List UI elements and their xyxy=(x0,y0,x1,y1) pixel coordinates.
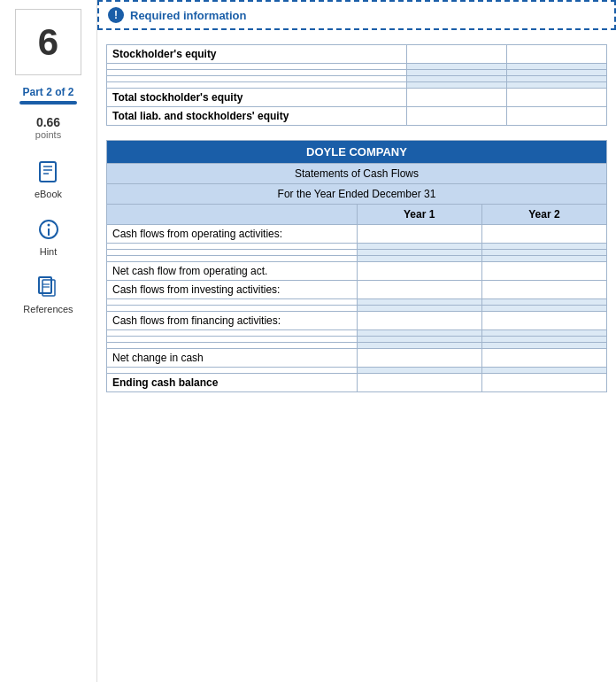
inv-row2-y2[interactable] xyxy=(481,306,606,312)
se-row2-year1[interactable] xyxy=(407,70,507,76)
se-row1-year1[interactable] xyxy=(407,64,507,70)
table-row xyxy=(107,64,607,70)
inv-row1-y2[interactable] xyxy=(481,299,606,306)
table-row xyxy=(107,70,607,76)
fin-row3-y1[interactable] xyxy=(357,343,481,349)
total-liab-year2[interactable] xyxy=(507,107,607,126)
total-liab-year1[interactable] xyxy=(407,107,507,126)
inv-row1-y1[interactable] xyxy=(357,299,481,306)
ebook-button[interactable]: eBook xyxy=(35,158,63,199)
net-change-cash-y1[interactable] xyxy=(357,349,481,368)
table-row xyxy=(107,82,607,89)
se-row4-label[interactable] xyxy=(107,82,407,89)
fin-row3-y2[interactable] xyxy=(481,343,606,349)
operating-header-row: Cash flows from operating activities: xyxy=(107,225,607,244)
op-row1-y1[interactable] xyxy=(357,244,481,250)
table-row xyxy=(107,337,607,343)
op-row3-y2[interactable] xyxy=(481,256,606,262)
ending-cash-balance-y2[interactable] xyxy=(481,374,606,392)
financing-header-y2 xyxy=(481,312,606,330)
se-row2-year2[interactable] xyxy=(507,70,607,76)
total-equity-year2[interactable] xyxy=(507,89,607,107)
operating-header-label: Cash flows from operating activities: xyxy=(107,225,358,244)
se-row3-year2[interactable] xyxy=(507,76,607,82)
total-equity-year1[interactable] xyxy=(407,89,507,107)
content-area: Stockholder's equity xyxy=(97,37,616,399)
column-header-row: Year 1 Year 2 xyxy=(107,205,607,225)
operating-header-y1 xyxy=(357,225,481,244)
fin-row3-label[interactable] xyxy=(107,343,358,349)
points-label: points xyxy=(35,129,61,140)
ending-cash-input-y2[interactable] xyxy=(481,368,606,374)
table-row xyxy=(107,306,607,312)
col-year1-header: Year 1 xyxy=(357,205,481,225)
fin-row2-label[interactable] xyxy=(107,337,358,343)
sidebar: 6 Part 2 of 2 0.66 points eBook Hint xyxy=(0,0,97,682)
op-row3-label[interactable] xyxy=(107,256,358,262)
total-equity-label: Total stockholder's equity xyxy=(107,89,407,107)
ending-cash-input-y1[interactable] xyxy=(357,368,481,374)
col-blank xyxy=(107,205,358,225)
total-liab-row: Total liab. and stockholders' equity xyxy=(107,107,607,126)
operating-header-y2 xyxy=(481,225,606,244)
svg-point-5 xyxy=(47,224,50,227)
op-row2-y1[interactable] xyxy=(357,250,481,256)
table-row xyxy=(107,244,607,250)
inv-row2-y1[interactable] xyxy=(357,306,481,312)
hint-button[interactable]: Hint xyxy=(35,215,63,257)
op-row2-y2[interactable] xyxy=(481,250,606,256)
se-row1-year2[interactable] xyxy=(507,64,607,70)
table-row xyxy=(107,330,607,337)
hint-icon xyxy=(35,215,63,244)
required-icon: ! xyxy=(108,7,124,23)
op-row2-label[interactable] xyxy=(107,250,358,256)
financing-header-label: Cash flows from financing activities: xyxy=(107,312,358,330)
col-year2-header: Year 2 xyxy=(481,205,606,225)
stockholders-header-label: Stockholder's equity xyxy=(107,45,407,64)
ebook-label: eBook xyxy=(35,189,62,199)
stockholders-header-year2 xyxy=(507,45,607,64)
fin-row1-y2[interactable] xyxy=(481,330,606,337)
net-cash-operating-y1[interactable] xyxy=(357,262,481,281)
net-cash-operating-label: Net cash flow from operating act. xyxy=(107,262,358,281)
fin-row2-y1[interactable] xyxy=(357,337,481,343)
hint-label: Hint xyxy=(40,246,58,257)
period-row: For the Year Ended December 31 xyxy=(107,184,607,205)
stockholders-equity-table: Stockholder's equity xyxy=(106,44,607,126)
ending-cash-balance-y1[interactable] xyxy=(357,374,481,392)
inv-row2-label[interactable] xyxy=(107,306,358,312)
se-row2-label[interactable] xyxy=(107,70,407,76)
net-change-cash-y2[interactable] xyxy=(481,349,606,368)
net-cash-operating-y2[interactable] xyxy=(481,262,606,281)
op-row1-label[interactable] xyxy=(107,244,358,250)
total-liab-label: Total liab. and stockholders' equity xyxy=(107,107,407,126)
fin-row2-y2[interactable] xyxy=(481,337,606,343)
net-change-cash-label: Net change in cash xyxy=(107,349,358,368)
total-equity-row: Total stockholder's equity xyxy=(107,89,607,107)
net-change-cash-row: Net change in cash xyxy=(107,349,607,368)
inv-row1-label[interactable] xyxy=(107,299,358,306)
part-label: Part 2 of 2 xyxy=(22,86,73,98)
references-label: References xyxy=(23,304,73,314)
financing-header-y1 xyxy=(357,312,481,330)
op-row1-y2[interactable] xyxy=(481,244,606,250)
investing-header-y1 xyxy=(357,281,481,299)
op-row3-y1[interactable] xyxy=(357,256,481,262)
table-row xyxy=(107,250,607,256)
points-value: 0.66 xyxy=(36,115,60,129)
table-row xyxy=(107,256,607,262)
period: For the Year Ended December 31 xyxy=(107,184,607,205)
se-row4-year1[interactable] xyxy=(407,82,507,89)
stockholders-header-row: Stockholder's equity xyxy=(107,45,607,64)
fin-row1-y1[interactable] xyxy=(357,330,481,337)
se-row3-label[interactable] xyxy=(107,76,407,82)
se-row1-label[interactable] xyxy=(107,64,407,70)
investing-header-label: Cash flows from investing activities: xyxy=(107,281,358,299)
references-button[interactable]: References xyxy=(23,273,73,314)
ending-cash-input-label[interactable] xyxy=(107,368,358,374)
ending-cash-balance-label: Ending cash balance xyxy=(107,374,358,392)
investing-header-y2 xyxy=(481,281,606,299)
fin-row1-label[interactable] xyxy=(107,330,358,337)
se-row4-year2[interactable] xyxy=(507,82,607,89)
se-row3-year1[interactable] xyxy=(407,76,507,82)
